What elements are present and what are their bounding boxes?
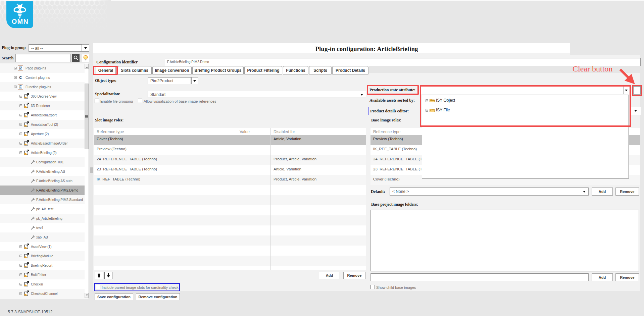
svg-text:OMN: OMN bbox=[12, 18, 29, 25]
